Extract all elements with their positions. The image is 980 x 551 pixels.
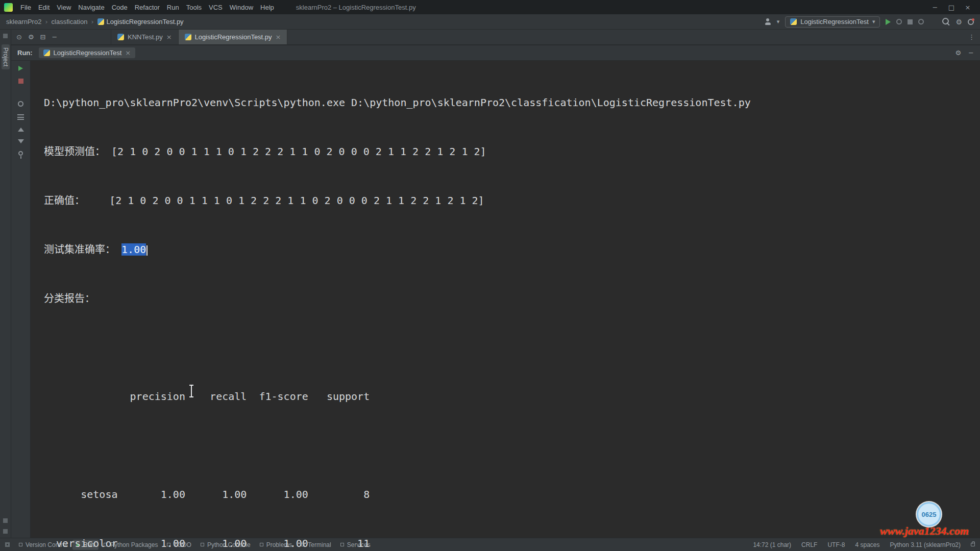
console-accuracy: 测试集准确率： 1.00 — [44, 241, 980, 258]
menu-code[interactable]: Code — [108, 2, 131, 13]
profiler-icon[interactable] — [918, 19, 924, 24]
pycharm-logo-icon — [4, 3, 13, 12]
restore-layout-icon[interactable] — [18, 101, 23, 107]
search-icon[interactable] — [942, 18, 950, 26]
window-title: sklearnPro2 – LogisticRegressionTest.py — [296, 4, 416, 11]
minimize-button[interactable]: − — [927, 4, 943, 11]
close-button[interactable]: × — [960, 4, 976, 11]
settings-gear-icon[interactable]: ⚙ — [955, 49, 961, 57]
project-stripe-button[interactable]: Project — [2, 44, 10, 69]
content-column: ⊙ ⚙ ⊟ − KNNTest.py × LogisticRegressionT… — [11, 30, 980, 538]
recording-badge: 0625 — [917, 502, 941, 527]
run-panel-header: Run: LogisticRegressionTest × ⚙ − — [11, 45, 980, 61]
run-button[interactable] — [886, 19, 891, 25]
rerun-icon[interactable] — [18, 66, 23, 71]
stop-icon[interactable] — [18, 79, 23, 84]
console-report-label: 分类报告： — [44, 290, 980, 307]
console-predictions: 模型预测值： [2 1 0 2 0 0 1 1 1 0 1 2 2 2 1 1 … — [44, 143, 980, 160]
run-header-icons: ⚙ − — [955, 49, 974, 57]
menu-file[interactable]: File — [17, 2, 35, 13]
close-icon[interactable]: × — [276, 33, 281, 41]
titlebar: File Edit View Navigate Code Refactor Ru… — [0, 0, 980, 14]
navbar-right-toolbar: ▾ LogisticRegressionTest ▾ ⚙ — [765, 16, 974, 28]
console-blank — [44, 339, 980, 356]
tab-logisticregressiontest[interactable]: LogisticRegressionTest.py × — [179, 30, 288, 44]
python-file-icon — [97, 18, 104, 25]
menu-run[interactable]: Run — [163, 2, 183, 13]
pycharm-window: File Edit View Navigate Code Refactor Ru… — [0, 0, 980, 551]
maximize-button[interactable]: □ — [943, 4, 960, 11]
tab-label: LogisticRegressionTest.py — [195, 33, 272, 41]
project-panel-toolbar: ⊙ ⚙ ⊟ − — [11, 30, 111, 44]
report-row-versicolor: versicolor 1.00 1.00 1.00 11 — [44, 535, 980, 551]
report-row-setosa: setosa 1.00 1.00 1.00 8 — [44, 486, 980, 503]
left-tool-stripe: Project — [0, 30, 11, 538]
more-icon[interactable]: ⋮ — [968, 33, 975, 41]
run-configuration-label: LogisticRegressionTest — [800, 18, 869, 26]
user-icon[interactable] — [765, 18, 771, 25]
report-header: precision recall f1-score support — [44, 388, 980, 405]
console-blank — [44, 437, 980, 454]
caret — [146, 245, 148, 256]
stripe-commit-icon[interactable] — [3, 34, 8, 38]
accuracy-label: 测试集准确率： — [44, 243, 121, 256]
next-trace-icon[interactable] — [18, 139, 24, 143]
breadcrumb-separator: › — [91, 18, 93, 26]
console-truth: 正确值： [2 1 0 2 0 0 1 1 1 0 1 2 2 2 1 1 0 … — [44, 192, 980, 209]
run-tab[interactable]: LogisticRegressionTest × — [39, 47, 136, 58]
read-lock-icon[interactable] — [971, 543, 975, 546]
settings-gear-icon[interactable]: ⚙ — [955, 18, 962, 26]
breadcrumb-folder[interactable]: classfication — [52, 18, 88, 26]
coverage-icon[interactable] — [908, 19, 913, 24]
menu-window[interactable]: Window — [226, 2, 257, 13]
breadcrumb-separator: › — [45, 18, 47, 26]
stripe-bottom-icons — [3, 518, 8, 534]
hide-panel-icon[interactable]: − — [52, 33, 57, 41]
notifications-icon[interactable] — [968, 19, 974, 25]
menu-vcs[interactable]: VCS — [205, 2, 226, 13]
console-command: D:\python_pro\sklearnPro2\venv\Scripts\p… — [44, 94, 980, 111]
python-file-icon — [43, 49, 50, 56]
navigation-bar: sklearnPro2 › classfication › LogisticRe… — [0, 14, 980, 30]
breadcrumb-project[interactable]: sklearnPro2 — [6, 18, 41, 26]
main-area: Project ⊙ ⚙ ⊟ − KNNTest.py × — [0, 30, 980, 538]
menu-view[interactable]: View — [53, 2, 75, 13]
accuracy-value-selected: 1.00 — [121, 243, 146, 256]
tab-knntest[interactable]: KNNTest.py × — [111, 30, 179, 44]
options-menu-icon[interactable] — [17, 114, 24, 120]
close-icon[interactable]: × — [125, 49, 131, 57]
run-configuration-select[interactable]: LogisticRegressionTest ▾ — [785, 16, 880, 28]
run-panel-body: D:\python_pro\sklearnPro2\venv\Scripts\p… — [11, 61, 980, 551]
hide-panel-icon[interactable]: − — [968, 49, 974, 57]
run-toolbar — [11, 61, 31, 551]
stripe-bookmarks-icon[interactable] — [3, 518, 8, 523]
prev-trace-icon[interactable] — [18, 128, 24, 132]
editor-tab-bar: ⊙ ⚙ ⊟ − KNNTest.py × LogisticRegressionT… — [11, 30, 980, 45]
menu-edit[interactable]: Edit — [35, 2, 53, 13]
menu-tools[interactable]: Tools — [183, 2, 205, 13]
menu-help[interactable]: Help — [257, 2, 278, 13]
tool-windows-icon[interactable] — [5, 542, 10, 547]
run-panel-title: Run: — [17, 49, 33, 57]
breadcrumb-file[interactable]: LogisticRegressionTest.py — [107, 18, 184, 26]
text-cursor — [191, 386, 192, 396]
debug-icon[interactable] — [896, 19, 902, 24]
run-tab-label: LogisticRegressionTest — [54, 49, 122, 57]
stripe-structure-icon[interactable] — [3, 529, 8, 534]
python-file-icon — [790, 18, 797, 25]
tab-label: KNNTest.py — [128, 33, 163, 41]
locate-file-icon[interactable]: ⊙ — [16, 33, 22, 41]
tabrow-spacer — [287, 30, 963, 44]
pin-tab-icon[interactable] — [18, 151, 23, 156]
python-file-icon — [117, 34, 124, 40]
watermark: www.java1234.com — [880, 524, 969, 538]
settings-gear-icon[interactable]: ⚙ — [28, 33, 34, 41]
menu-refactor[interactable]: Refactor — [131, 2, 163, 13]
menu-navigate[interactable]: Navigate — [75, 2, 108, 13]
collapse-all-icon[interactable]: ⊟ — [40, 33, 46, 41]
chevron-down-icon: ▾ — [872, 18, 875, 25]
run-tool-window: Run: LogisticRegressionTest × ⚙ − — [11, 45, 980, 551]
chevron-down-icon[interactable]: ▾ — [777, 18, 780, 25]
run-console[interactable]: D:\python_pro\sklearnPro2\venv\Scripts\p… — [31, 61, 980, 551]
close-icon[interactable]: × — [166, 33, 172, 41]
